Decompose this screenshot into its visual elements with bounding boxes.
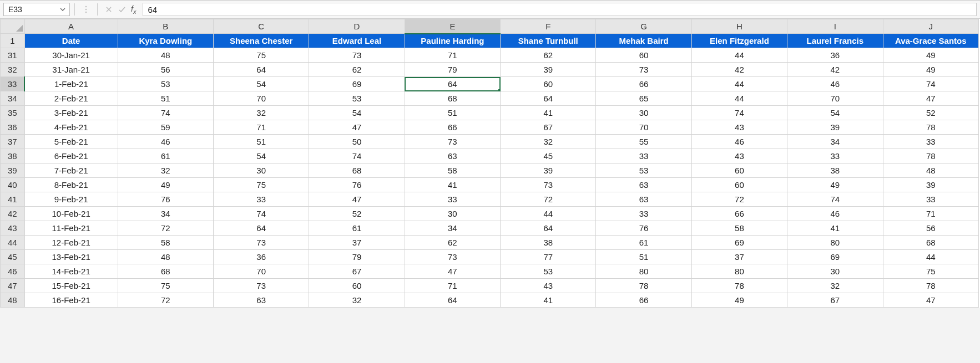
cell[interactable]: 73 <box>213 279 309 293</box>
cell[interactable]: 66 <box>405 120 500 135</box>
cell[interactable]: 49 <box>883 48 979 63</box>
row-header[interactable]: 34 <box>1 91 25 106</box>
formula-input[interactable]: 64 <box>143 3 977 16</box>
cell[interactable]: 69 <box>309 77 405 91</box>
cell[interactable]: 53 <box>118 77 213 91</box>
cell[interactable]: 30-Jan-21 <box>24 48 118 63</box>
cell[interactable]: 74 <box>883 77 979 91</box>
cell[interactable]: 72 <box>501 192 596 207</box>
cell[interactable]: 34 <box>118 207 213 221</box>
cell[interactable]: 54 <box>309 106 405 120</box>
cell[interactable]: 42 <box>787 63 883 77</box>
cell[interactable]: 11-Feb-21 <box>24 221 118 236</box>
cell[interactable]: 31-Jan-21 <box>24 63 118 77</box>
cell[interactable]: 64 <box>213 221 309 236</box>
cell[interactable]: 13-Feb-21 <box>24 250 118 264</box>
row-header[interactable]: 40 <box>1 178 25 192</box>
cell[interactable]: 5-Feb-21 <box>24 135 118 149</box>
spreadsheet-grid[interactable]: ABCDEFGHIJ1DateKyra DowlingSheena Cheste… <box>0 19 980 308</box>
cell[interactable]: 43 <box>691 149 787 163</box>
cell[interactable]: 73 <box>405 135 500 149</box>
cell[interactable]: 41 <box>501 293 596 308</box>
column-header[interactable]: F <box>501 19 596 34</box>
cell[interactable]: 77 <box>501 250 596 264</box>
cell[interactable]: 45 <box>501 149 596 163</box>
cell[interactable]: 16-Feb-21 <box>24 293 118 308</box>
row-header[interactable]: 38 <box>1 149 25 163</box>
cell[interactable]: 44 <box>691 48 787 63</box>
table-header-cell[interactable]: Pauline Harding <box>405 34 500 48</box>
cell[interactable]: 15-Feb-21 <box>24 279 118 293</box>
cell[interactable]: 44 <box>691 77 787 91</box>
cell[interactable]: 33 <box>787 149 883 163</box>
cell[interactable]: 3-Feb-21 <box>24 106 118 120</box>
table-header-cell[interactable]: Shane Turnbull <box>501 34 596 48</box>
cell[interactable]: 70 <box>596 120 691 135</box>
cell[interactable]: 43 <box>691 120 787 135</box>
row-header[interactable]: 47 <box>1 279 25 293</box>
cell[interactable]: 80 <box>596 264 691 279</box>
cell[interactable]: 73 <box>309 48 405 63</box>
cell[interactable]: 30 <box>405 207 500 221</box>
row-header[interactable]: 32 <box>1 63 25 77</box>
cell[interactable]: 74 <box>309 149 405 163</box>
cell[interactable]: 67 <box>309 264 405 279</box>
cell[interactable]: 59 <box>118 120 213 135</box>
active-cell[interactable]: 64 <box>405 77 500 91</box>
table-header-cell[interactable]: Kyra Dowling <box>118 34 213 48</box>
cell[interactable]: 2-Feb-21 <box>24 91 118 106</box>
column-header[interactable]: A <box>24 19 118 34</box>
cell[interactable]: 44 <box>501 207 596 221</box>
cell[interactable]: 54 <box>213 77 309 91</box>
cell[interactable]: 67 <box>501 120 596 135</box>
cell[interactable]: 73 <box>213 236 309 250</box>
cell[interactable]: 6-Feb-21 <box>24 149 118 163</box>
cell[interactable]: 66 <box>596 293 691 308</box>
cell[interactable]: 53 <box>501 264 596 279</box>
column-header[interactable]: E <box>405 19 500 34</box>
cell[interactable]: 38 <box>501 236 596 250</box>
cell[interactable]: 32 <box>118 163 213 178</box>
cell[interactable]: 73 <box>596 63 691 77</box>
cell[interactable]: 74 <box>787 192 883 207</box>
cell[interactable]: 36 <box>213 250 309 264</box>
cell[interactable]: 78 <box>883 120 979 135</box>
row-header[interactable]: 36 <box>1 120 25 135</box>
cell[interactable]: 60 <box>691 178 787 192</box>
cell[interactable]: 63 <box>213 293 309 308</box>
cell[interactable]: 33 <box>213 192 309 207</box>
cell[interactable]: 78 <box>691 279 787 293</box>
cell[interactable]: 68 <box>883 236 979 250</box>
cell[interactable]: 74 <box>213 207 309 221</box>
chevron-down-icon[interactable] <box>58 5 67 14</box>
cell[interactable]: 12-Feb-21 <box>24 236 118 250</box>
cell[interactable]: 74 <box>691 106 787 120</box>
cell[interactable]: 64 <box>501 91 596 106</box>
cell[interactable]: 78 <box>883 279 979 293</box>
column-header[interactable]: G <box>596 19 691 34</box>
cell[interactable]: 7-Feb-21 <box>24 163 118 178</box>
cell[interactable]: 68 <box>118 264 213 279</box>
row-header[interactable]: 42 <box>1 207 25 221</box>
cell[interactable]: 75 <box>213 178 309 192</box>
cell[interactable]: 78 <box>596 279 691 293</box>
cell[interactable]: 72 <box>118 293 213 308</box>
cell[interactable]: 69 <box>691 236 787 250</box>
cell[interactable]: 32 <box>309 293 405 308</box>
row-header[interactable]: 33 <box>1 77 25 91</box>
row-header[interactable]: 48 <box>1 293 25 308</box>
cell[interactable]: 71 <box>213 120 309 135</box>
cell[interactable]: 47 <box>883 293 979 308</box>
cell[interactable]: 65 <box>596 91 691 106</box>
cell[interactable]: 62 <box>405 236 500 250</box>
cell[interactable]: 55 <box>596 135 691 149</box>
row-header[interactable]: 37 <box>1 135 25 149</box>
cell[interactable]: 8-Feb-21 <box>24 178 118 192</box>
column-header[interactable]: B <box>118 19 213 34</box>
cell[interactable]: 73 <box>501 178 596 192</box>
cell[interactable]: 48 <box>118 48 213 63</box>
cell[interactable]: 72 <box>118 221 213 236</box>
cell[interactable]: 61 <box>596 236 691 250</box>
table-header-cell[interactable]: Date <box>24 34 118 48</box>
cell[interactable]: 39 <box>787 120 883 135</box>
